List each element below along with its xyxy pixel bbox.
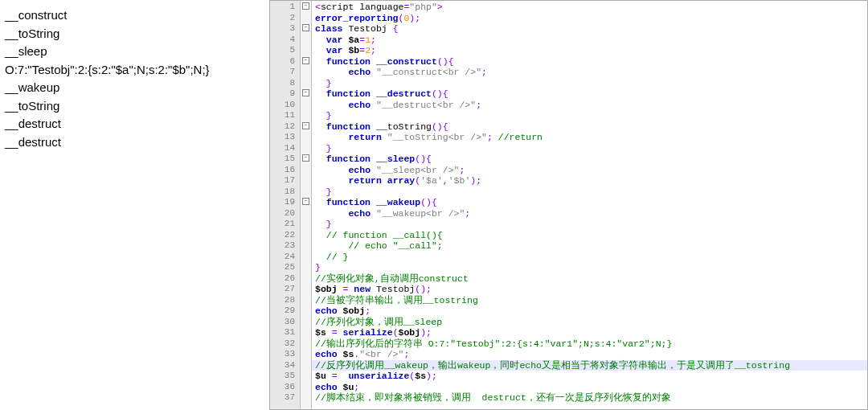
fold-toggle-icon[interactable]: - — [302, 89, 309, 96]
fold-marker[interactable]: - — [301, 88, 311, 99]
code-line[interactable]: function __sleep(){ — [315, 154, 867, 165]
code-line[interactable]: // echo "__call"; — [315, 240, 867, 252]
code-line[interactable]: echo "__wakeup<br />"; — [315, 208, 867, 219]
output-line: __destruct — [5, 115, 264, 133]
code-line[interactable]: <script language="php"> — [315, 2, 867, 13]
fold-marker — [301, 207, 311, 219]
code-line[interactable]: echo "__destruct<br />"; — [315, 100, 867, 111]
fold-marker — [301, 261, 311, 273]
fold-marker — [301, 34, 311, 45]
code-line[interactable]: //实例化对象,自动调用construct — [315, 273, 867, 285]
fold-marker[interactable]: - — [301, 196, 311, 207]
fold-toggle-icon[interactable]: - — [302, 122, 309, 129]
line-number: 17 — [270, 175, 295, 187]
line-number: 26 — [270, 273, 295, 285]
fold-marker — [301, 251, 311, 262]
line-number: 19 — [270, 197, 295, 208]
code-line[interactable]: function __toString(){ — [315, 121, 867, 133]
code-line[interactable]: function __construct(){ — [315, 56, 867, 68]
line-number: 22 — [270, 230, 295, 241]
fold-marker — [301, 186, 311, 197]
line-number: 37 — [270, 392, 295, 404]
code-area[interactable]: <script language="php">error_reporting(0… — [312, 1, 867, 409]
fold-marker — [301, 77, 311, 88]
output-panel: __construct __toString __sleep O:7:"Test… — [0, 0, 269, 410]
code-line[interactable]: // function __call(){ — [315, 230, 867, 241]
fold-marker[interactable]: - — [301, 121, 311, 132]
code-line[interactable]: $obj = new Testobj(); — [315, 284, 867, 295]
fold-column[interactable]: - - - - - - - — [301, 1, 312, 409]
output-line: __construct — [5, 6, 264, 25]
line-number: 24 — [270, 252, 295, 263]
code-line[interactable]: echo $u; — [315, 382, 867, 393]
fold-toggle-icon[interactable]: - — [302, 24, 309, 31]
line-number: 2 — [270, 13, 295, 24]
output-line: __sleep — [5, 43, 264, 61]
code-line[interactable]: $s = serialize($obj); — [315, 327, 867, 338]
fold-marker — [301, 109, 311, 121]
code-line[interactable]: //当被字符串输出，调用__tostring — [315, 295, 867, 306]
code-editor[interactable]: 1234567891011121314151617181920212223242… — [269, 0, 868, 410]
fold-marker — [301, 131, 311, 142]
line-number: 12 — [270, 121, 295, 133]
fold-toggle-icon[interactable]: - — [302, 198, 309, 205]
line-number: 25 — [270, 262, 295, 273]
fold-marker — [301, 294, 311, 305]
code-line[interactable]: echo "__construct<br />"; — [315, 67, 867, 78]
line-number: 34 — [270, 360, 295, 371]
fold-marker — [301, 66, 311, 77]
code-line[interactable]: //反序列化调用__wakeup，输出wakeup，同时echo又是相当于将对象… — [315, 360, 867, 371]
fold-marker[interactable]: - — [301, 1, 311, 12]
code-line[interactable]: //输出序列化后的字符串 O:7:"Testobj":2:{s:4:"var1"… — [315, 338, 867, 350]
fold-toggle-icon[interactable]: - — [302, 154, 309, 162]
code-line[interactable]: error_reporting(0); — [315, 13, 867, 24]
line-number: 23 — [270, 240, 295, 252]
code-line[interactable]: return "__toString<br />"; //return — [315, 132, 867, 143]
code-line[interactable]: } — [315, 110, 867, 121]
code-line[interactable]: //脚本结束，即对象将被销毁，调用 destruct，还有一次是反序列化恢复的对… — [315, 392, 867, 404]
code-line[interactable]: } — [315, 219, 867, 230]
fold-marker — [301, 305, 311, 316]
code-line[interactable]: var $a=1; — [315, 35, 867, 46]
fold-marker — [301, 370, 311, 381]
line-number: 30 — [270, 317, 295, 328]
fold-marker[interactable]: - — [301, 55, 311, 67]
line-number: 8 — [270, 78, 295, 89]
code-line[interactable]: function __destruct(){ — [315, 88, 867, 100]
fold-toggle-icon[interactable]: - — [302, 57, 309, 64]
fold-marker[interactable]: - — [301, 153, 311, 164]
output-line: __toString — [5, 25, 264, 43]
line-number: 15 — [270, 154, 295, 165]
line-number: 21 — [270, 219, 295, 230]
line-number: 28 — [270, 295, 295, 306]
code-line[interactable]: } — [315, 78, 867, 89]
line-number: 16 — [270, 165, 295, 176]
code-line[interactable]: } — [315, 187, 867, 198]
code-line[interactable]: // } — [315, 252, 867, 263]
code-line[interactable]: echo $obj; — [315, 305, 867, 317]
fold-marker — [301, 44, 311, 55]
code-line[interactable]: echo "__sleep<br />"; — [315, 165, 867, 176]
code-line[interactable]: class Testobj { — [315, 23, 867, 35]
line-number: 13 — [270, 132, 295, 143]
fold-marker — [301, 99, 311, 110]
code-line[interactable]: //序列化对象，调用__sleep — [315, 317, 867, 328]
line-number: 33 — [270, 349, 295, 360]
code-line[interactable]: return array('$a','$b'); — [315, 175, 867, 187]
line-number: 5 — [270, 45, 295, 56]
line-number: 36 — [270, 382, 295, 393]
code-line[interactable]: function __wakeup(){ — [315, 197, 867, 208]
line-number: 35 — [270, 371, 295, 382]
fold-marker — [301, 12, 311, 23]
code-line[interactable]: var $b=2; — [315, 45, 867, 56]
code-line[interactable]: echo $s."<br />"; — [315, 349, 867, 360]
fold-marker — [301, 348, 311, 359]
code-line[interactable]: $u = unserialize($s); — [315, 371, 867, 382]
line-number: 7 — [270, 67, 295, 78]
fold-toggle-icon[interactable]: - — [302, 2, 309, 10]
line-number: 18 — [270, 187, 295, 198]
code-line[interactable]: } — [315, 262, 867, 273]
fold-marker[interactable]: - — [301, 23, 311, 34]
fold-marker — [301, 283, 311, 294]
code-line[interactable]: } — [315, 143, 867, 154]
